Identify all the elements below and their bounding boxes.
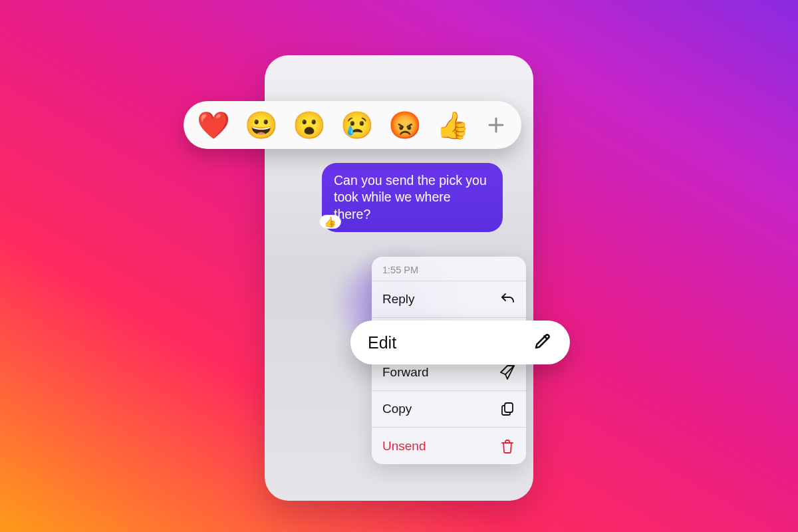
menu-item-unsend[interactable]: Unsend bbox=[372, 428, 526, 464]
context-menu-timestamp: 1:55 PM bbox=[372, 257, 526, 281]
menu-item-copy[interactable]: Copy bbox=[372, 391, 526, 428]
menu-label-edit: Edit bbox=[368, 333, 396, 352]
pencil-icon bbox=[533, 331, 553, 354]
reaction-grinning[interactable]: 😀 bbox=[245, 112, 278, 138]
reaction-open-mouth[interactable]: 😮 bbox=[293, 112, 326, 138]
menu-label-copy: Copy bbox=[382, 402, 412, 416]
reaction-picker-bar: ❤️ 😀 😮 😢 😡 👍 bbox=[184, 101, 521, 149]
trash-icon bbox=[499, 438, 515, 454]
reaction-angry[interactable]: 😡 bbox=[388, 112, 422, 138]
menu-label-forward: Forward bbox=[382, 365, 429, 380]
gradient-background: Can you send the pick you took while we … bbox=[0, 0, 798, 532]
menu-label-unsend: Unsend bbox=[382, 439, 426, 454]
menu-item-edit[interactable]: Edit bbox=[350, 321, 570, 364]
svg-rect-0 bbox=[505, 403, 513, 412]
reaction-crying[interactable]: 😢 bbox=[340, 112, 374, 138]
outgoing-message-bubble[interactable]: Can you send the pick you took while we … bbox=[322, 163, 503, 232]
reaction-thumbs-up[interactable]: 👍 bbox=[436, 112, 469, 138]
add-reaction-button[interactable] bbox=[484, 113, 508, 137]
menu-item-reply[interactable]: Reply bbox=[372, 281, 526, 318]
reply-arrow-icon bbox=[499, 291, 515, 307]
copy-icon bbox=[499, 401, 515, 417]
message-reaction-badge[interactable]: 👍 bbox=[319, 215, 341, 229]
plus-icon bbox=[486, 115, 506, 135]
paper-plane-icon bbox=[499, 364, 515, 380]
reaction-heart[interactable]: ❤️ bbox=[197, 112, 230, 138]
menu-label-reply: Reply bbox=[382, 292, 415, 307]
